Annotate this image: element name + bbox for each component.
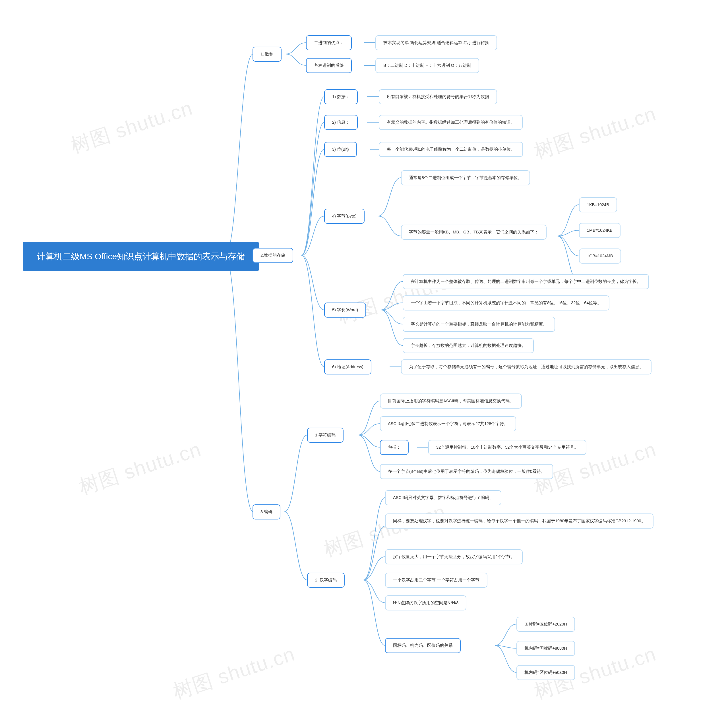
node-bit-label: 3) 位(Bit) [324,142,357,157]
leaf-info-def: 有意义的数据的内容。指数据经过加工处理后得到的有价值的知识。 [379,115,523,130]
leaf-word-d2: 一个字由若干个字节组成，不同的计算机系统的字长是不同的，常见的有8位、16位、3… [403,295,610,311]
leaf-data-def: 所有能够被计算机接受和处理的符号的集合都称为数据 [379,89,497,104]
leaf-binary-advantage: 技术实现简单 简化运算规则 适合逻辑运算 易于进行转换 [376,35,497,50]
node-hanzi-d6-label: 国标码、机内码、区位码的关系 [385,638,461,653]
leaf-hanzi-d2: 同样，要想处理汉字，也要对汉字进行统一编码，给每个汉字一个惟一的编码，我国于19… [385,513,653,529]
node-radix-suffix-label: 各种进制的后缀 [306,58,352,73]
node-info-label: 2) 信息： [324,115,358,130]
node-byte-label: 4) 字节(Byte) [324,209,365,224]
node-data-label: 1) 数据： [324,89,358,104]
branch-encoding: 3.编码 [253,504,280,520]
node-char-d3l: 包括： [380,440,409,455]
leaf-word-d3: 字长是计算机的一个重要指标，直接反映一台计算机的计算能力和精度。 [403,317,555,332]
leaf-hanzi-e3: 机内码=区位码+a0a0H [516,665,575,680]
leaf-char-d4: 在一个字节(8个Bit)中后七位用于表示字符的编码，位为奇偶校验位，一般作0看待… [380,464,553,479]
leaf-char-d2: ASCII码用七位二进制数表示一个字符，可表示27共128个字符。 [380,416,516,431]
leaf-char-d3r: 32个通用控制符、10个十进制数字、52个大小写英文字母和34个专用符号。 [428,440,586,455]
leaf-radix-suffix: B：二进制 D：十进制 H：十六进制 O：八进制 [376,58,479,73]
leaf-byte-d2: 字节的容量一般用KB、MB、GB、TB来表示，它们之间的关系如下： [401,225,547,240]
leaf-byte-d1: 通常每8个二进制位组成一个字节，字节是基本的存储单位。 [401,170,530,185]
leaf-hanzi-e1: 国标码=区位码+2020H [516,617,575,632]
branch-numeral-system: 1. 数制 [253,47,282,62]
leaf-address-def: 为了便于存取，每个存储单元必须有一的编号，这个编号就称为地址，通过地址可以找到所… [401,360,651,374]
leaf-mb: 1MB=1024KB [579,223,621,238]
root-node: 计算机二级MS Office知识点计算机中数据的表示与存储 [23,242,259,271]
leaf-word-d4: 字长越长，存放数的范围越大，计算机的数据处理速度越快。 [403,338,534,353]
branch-data-storage: 2.数据的存储 [253,248,293,263]
node-hanzi-encoding-label: 2. 汉字编码 [307,573,345,588]
leaf-bit-def: 每一个能代表0和1的电子线路称为一个二进制位，是数据的小单位。 [379,142,523,157]
leaf-gb: 1GB=1024MB [579,248,621,264]
leaf-hanzi-d1: ASCII码只对英文字母、数字和标点符号进行了编码。 [385,490,501,505]
watermark: 树图 shutu.cn [531,100,659,165]
leaf-word-d1: 在计算机中作为一个整体被存取、传送、处理的二进制数字串叫做一个字或单元，每个字中… [403,274,649,289]
leaf-char-d1: 目前国际上通用的字符编码是ASCII码，即美国标准信息交换代码。 [380,393,522,409]
leaf-hanzi-d4: 一个汉字占用二个字节 一个字符占用一个字节 [385,573,487,588]
leaf-hanzi-e2: 机内码=国标码+8080H [516,641,575,656]
node-address-label: 6) 地址(Address) [324,360,371,374]
node-binary-advantage-label: 二进制的优点： [306,35,352,50]
leaf-kb: 1KB=1024B [579,197,617,212]
leaf-hanzi-d3: 汉字数量庞大，用一个字节无法区分，故汉字编码采用2个字节。 [385,549,523,565]
watermark: 树图 shutu.cn [67,95,196,159]
watermark: 树图 shutu.cn [169,641,298,702]
node-char-encoding-label: 1.字符编码 [307,428,344,443]
node-word-label: 5) 字长(Word) [324,302,366,318]
watermark: 树图 shutu.cn [76,436,204,500]
leaf-hanzi-d5: N*N点阵的汉字所用的空间是N*N/8 [385,595,467,611]
connectors [0,0,728,702]
